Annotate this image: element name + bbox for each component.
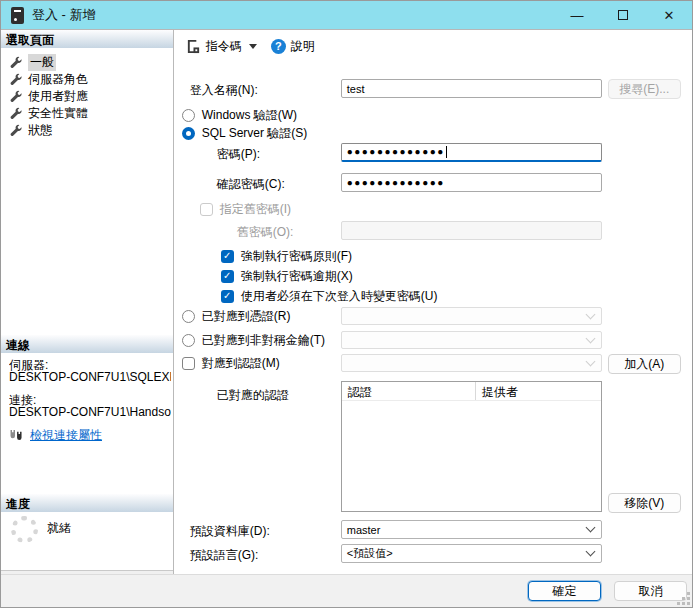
help-label: 說明: [291, 38, 315, 55]
wrench-icon: [9, 90, 22, 103]
windows-auth-label: Windows 驗證(W): [202, 107, 297, 124]
specify-old-password-checkbox[interactable]: 指定舊密碼(I): [200, 201, 291, 217]
script-icon: [186, 39, 201, 54]
confirm-password-label: 確認密碼(C):: [217, 176, 285, 193]
remove-button[interactable]: 移除(V): [608, 493, 681, 513]
sql-auth-label: SQL Server 驗證(S): [202, 125, 308, 142]
help-button[interactable]: 說明: [267, 36, 319, 57]
enforce-policy-checkbox[interactable]: 強制執行密碼原則(F): [221, 248, 352, 264]
checkbox-checked-icon: [221, 250, 234, 263]
credential-combobox: [341, 354, 602, 372]
mapped-asym-key-radio[interactable]: 已對應到非對稱金鑰(T): [182, 332, 325, 348]
confirm-password-value: ●●●●●●●●●●●●●: [347, 178, 445, 188]
connection-header: 連線: [1, 335, 173, 353]
connection-properties-icon: [9, 429, 24, 443]
login-name-input[interactable]: test: [341, 79, 602, 98]
wrench-icon: [9, 56, 22, 69]
view-connection-properties[interactable]: 檢視連接屬性: [9, 427, 102, 444]
sidebar: 選取頁面 一般 伺服器角色 使用者對應 安全性實體: [1, 30, 174, 575]
sidebar-item-label: 伺服器角色: [28, 71, 88, 88]
view-connection-properties-link[interactable]: 檢視連接屬性: [30, 427, 102, 444]
script-label: 指令碼: [206, 38, 242, 55]
select-page-header: 選取頁面: [1, 30, 173, 48]
windows-auth-radio[interactable]: Windows 驗證(W): [182, 107, 297, 123]
maximize-icon: [618, 10, 628, 20]
certificate-combobox: [341, 307, 602, 325]
password-input[interactable]: ●●●●●●●●●●●●●: [341, 143, 602, 162]
sidebar-item-server-roles[interactable]: 伺服器角色: [9, 71, 88, 87]
window-title: 登入 - 新增: [32, 6, 96, 24]
login-name-value: test: [347, 83, 365, 95]
radio-icon: [182, 310, 195, 323]
mapped-credentials-label: 已對應的認證: [217, 387, 289, 404]
server-value: DESKTOP-CONF7U1\SQLEXPRE: [9, 370, 171, 384]
sql-auth-radio[interactable]: SQL Server 驗證(S): [182, 125, 308, 141]
default-db-label: 預設資料庫(D):: [190, 523, 270, 540]
confirm-password-input[interactable]: ●●●●●●●●●●●●●: [341, 173, 602, 192]
radio-icon: [182, 109, 195, 122]
minimize-button[interactable]: —: [554, 1, 600, 29]
help-icon: [271, 39, 286, 54]
column-header-provider[interactable]: 提供者: [476, 382, 524, 400]
wrench-icon: [9, 124, 22, 137]
titlebar: 登入 - 新增 — ✕: [1, 1, 692, 30]
default-lang-label: 預設語言(G):: [190, 547, 259, 564]
search-button[interactable]: 搜尋(E)...: [608, 79, 681, 99]
password-value: ●●●●●●●●●●●●●: [347, 147, 445, 157]
enforce-expiration-label: 強制執行密碼逾期(X): [241, 268, 353, 285]
sidebar-item-general[interactable]: 一般: [9, 54, 56, 70]
mapped-certificate-radio[interactable]: 已對應到憑證(R): [182, 308, 291, 324]
dialog-footer: 確定 取消: [1, 574, 692, 607]
checkbox-icon: [182, 357, 195, 370]
checkbox-icon: [200, 203, 213, 216]
login-new-dialog: 登入 - 新增 — ✕ 選取頁面 一般 伺服器角色 使用: [0, 0, 693, 608]
default-lang-combobox[interactable]: <預設值>: [341, 544, 602, 563]
resize-grip[interactable]: [687, 602, 690, 605]
sidebar-item-label: 狀態: [28, 122, 52, 139]
map-credential-checkbox[interactable]: 對應到認證(M): [182, 355, 280, 371]
old-password-label: 舊密碼(O):: [237, 224, 294, 241]
progress-header: 進度: [1, 494, 173, 512]
script-button[interactable]: 指令碼: [182, 36, 261, 57]
sidebar-item-status[interactable]: 狀態: [9, 122, 52, 138]
table-header-row: 認證 提供者: [342, 382, 601, 401]
sidebar-panel: 選取頁面 一般 伺服器角色 使用者對應 安全性實體: [1, 30, 173, 571]
maximize-button[interactable]: [600, 1, 646, 29]
cancel-button[interactable]: 取消: [614, 581, 687, 601]
chevron-down-icon: [585, 333, 595, 343]
enforce-policy-label: 強制執行密碼原則(F): [241, 248, 352, 265]
checkbox-checked-icon: [221, 270, 234, 283]
default-db-combobox[interactable]: master: [341, 520, 602, 539]
column-header-credential[interactable]: 認證: [342, 382, 476, 400]
sidebar-item-user-mapping[interactable]: 使用者對應: [9, 88, 88, 104]
script-dropdown-icon[interactable]: [249, 44, 257, 49]
sidebar-item-securables[interactable]: 安全性實體: [9, 105, 88, 121]
radio-icon: [182, 334, 195, 347]
chevron-down-icon: [585, 356, 595, 366]
server-login-icon: [11, 7, 24, 24]
connect-value: DESKTOP-CONF7U1\Handsome: [9, 405, 171, 419]
toolbar: 指令碼 說明: [182, 35, 319, 57]
sidebar-item-label: 使用者對應: [28, 88, 88, 105]
wrench-icon: [9, 107, 22, 120]
radio-icon: [182, 127, 195, 140]
ok-button[interactable]: 確定: [528, 581, 601, 601]
specify-old-password-label: 指定舊密碼(I): [220, 201, 291, 218]
chevron-down-icon: [585, 547, 595, 557]
window-controls: — ✕: [554, 1, 692, 29]
must-change-password-label: 使用者必須在下次登入時變更密碼(U): [241, 288, 438, 305]
asym-key-combobox: [341, 331, 602, 349]
add-button[interactable]: 加入(A): [608, 354, 681, 374]
old-password-input: [341, 221, 602, 240]
enforce-expiration-checkbox[interactable]: 強制執行密碼逾期(X): [221, 268, 353, 284]
chevron-down-icon: [585, 523, 595, 533]
sidebar-item-label: 一般: [28, 54, 56, 71]
mapped-certificate-label: 已對應到憑證(R): [202, 308, 291, 325]
checkbox-checked-icon: [221, 290, 234, 303]
mapped-credentials-table[interactable]: 認證 提供者: [341, 381, 602, 512]
must-change-password-checkbox[interactable]: 使用者必須在下次登入時變更密碼(U): [221, 288, 438, 304]
close-button[interactable]: ✕: [646, 1, 692, 29]
wrench-icon: [9, 73, 22, 86]
chevron-down-icon: [585, 309, 595, 319]
default-db-value: master: [347, 524, 381, 536]
